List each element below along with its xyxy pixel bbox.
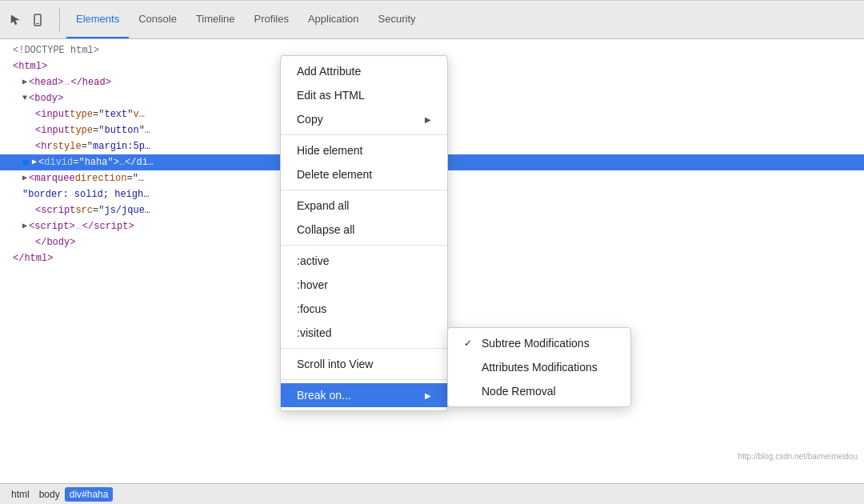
submenu-node-removal[interactable]: Node Removal <box>448 379 630 403</box>
mobile-icon[interactable] <box>29 11 46 29</box>
break-on-arrow-icon: ▶ <box>425 391 431 400</box>
svg-rect-1 <box>36 23 39 24</box>
tab-elements[interactable]: Elements <box>66 1 129 38</box>
cursor-icon[interactable] <box>6 11 24 29</box>
watermark: http://blog.csdn.net/baimeimeidou <box>738 452 858 461</box>
tab-timeline[interactable]: Timeline <box>186 1 245 38</box>
subtree-check-icon: ✓ <box>464 338 477 349</box>
devtools-window: Elements Console Timeline Profiles Appli… <box>0 0 864 504</box>
menu-scroll-into-view[interactable]: Scroll into View <box>281 352 447 376</box>
menu-separator-1 <box>281 134 447 135</box>
tab-application[interactable]: Application <box>298 1 369 38</box>
submenu-subtree[interactable]: ✓ Subtree Modifications <box>448 331 630 355</box>
menu-focus[interactable]: :focus <box>281 297 447 321</box>
menu-break-on[interactable]: Break on... ▶ ✓ Subtree Modifications At… <box>281 383 447 407</box>
tab-profiles[interactable]: Profiles <box>245 1 298 38</box>
menu-separator-4 <box>281 348 447 349</box>
copy-arrow-icon: ▶ <box>425 115 431 124</box>
menu-edit-as-html[interactable]: Edit as HTML <box>281 83 447 107</box>
menu-separator-3 <box>281 245 447 246</box>
main-content: <!DOCTYPE html> <html> ▶ <head>…</head> … <box>0 39 864 483</box>
menu-hover[interactable]: :hover <box>281 273 447 297</box>
toolbar-divider <box>59 9 60 31</box>
context-menu: Add Attribute Edit as HTML Copy ▶ Hide e… <box>280 55 448 411</box>
tabs: Elements Console Timeline Profiles Appli… <box>66 1 858 38</box>
breadcrumb-div-haha[interactable]: div#haha <box>65 487 114 502</box>
menu-expand-all[interactable]: Expand all <box>281 194 447 218</box>
menu-add-attribute[interactable]: Add Attribute <box>281 59 447 83</box>
break-on-submenu: ✓ Subtree Modifications Attributes Modif… <box>447 327 631 407</box>
submenu-attributes[interactable]: Attributes Modifications <box>448 355 630 379</box>
toolbar: Elements Console Timeline Profiles Appli… <box>0 1 864 39</box>
breadcrumb-body[interactable]: body <box>34 487 65 502</box>
breakpoint-dot <box>22 159 29 166</box>
breadcrumb-html[interactable]: html <box>6 487 34 502</box>
menu-collapse-all[interactable]: Collapse all <box>281 218 447 242</box>
menu-delete-element[interactable]: Delete element <box>281 162 447 186</box>
toolbar-icons <box>6 11 46 29</box>
menu-active[interactable]: :active <box>281 249 447 273</box>
breadcrumb: html body div#haha <box>0 483 864 504</box>
menu-separator-2 <box>281 190 447 190</box>
menu-separator-5 <box>281 379 447 380</box>
menu-visited[interactable]: :visited <box>281 321 447 345</box>
menu-hide-element[interactable]: Hide element <box>281 138 447 162</box>
tab-console[interactable]: Console <box>129 1 186 38</box>
menu-copy[interactable]: Copy ▶ <box>281 107 447 131</box>
tab-security[interactable]: Security <box>369 1 426 38</box>
